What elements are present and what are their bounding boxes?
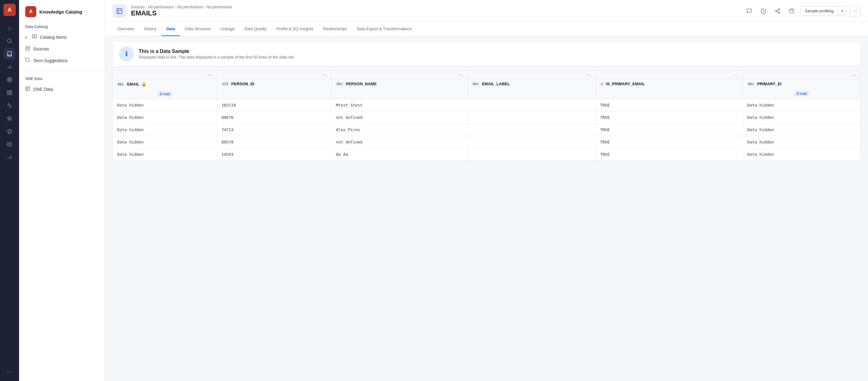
table-row: Data hidden 14593 Aa Aa TRUE Data hidden	[113, 148, 860, 160]
share-button[interactable]	[772, 5, 783, 17]
col-name-email-label: EMAIL_LABEL	[482, 82, 510, 86]
svg-point-0	[7, 39, 11, 42]
breadcrumb-sources[interactable]: Sources	[131, 5, 145, 9]
chart-icon[interactable]	[4, 61, 16, 72]
svg-point-23	[778, 12, 780, 13]
col-header-primary-ei: ⋯ Abc PRIMARY_EI E-mail	[743, 70, 860, 99]
col-menu-primary-ei[interactable]: ⋯	[850, 72, 857, 78]
sidebar-item-sources[interactable]: Sources	[19, 43, 105, 55]
cell-is-primary-5: TRUE	[596, 148, 743, 160]
col-name-person-name: PERSON_NAME	[346, 82, 376, 86]
bar-chart-2-icon[interactable]	[4, 151, 16, 163]
svg-rect-11	[10, 93, 12, 95]
col-header-person-id: ⋯ 123 PERSON_ID	[217, 70, 331, 99]
tab-history[interactable]: History	[139, 22, 161, 36]
main-content: Sources › No permissions › No permission…	[105, 0, 868, 381]
col-menu-person-name[interactable]: ⋯	[457, 72, 464, 78]
breadcrumb-no-permissions-3[interactable]: No permissions	[207, 5, 232, 9]
icon-bar: A ⌂ ⋯	[0, 0, 19, 381]
tab-overview[interactable]: Overview	[113, 22, 139, 36]
cell-email-5: Data hidden	[113, 148, 217, 160]
cell-is-primary-1: TRUE	[596, 99, 743, 111]
table-row: Data hidden 102119 Mtest Stest TRUE Data…	[113, 99, 860, 111]
svg-point-7	[9, 79, 10, 80]
expand-arrow-icon: ▶	[25, 36, 28, 39]
tab-data[interactable]: Data	[161, 22, 180, 36]
data-sample-banner: ℹ This is a Data Sample Displayed data i…	[113, 41, 861, 66]
book-open-icon	[32, 34, 37, 40]
cell-email-2: Data hidden	[113, 111, 217, 124]
cell-person-id-1: 102119	[217, 99, 331, 111]
cell-person-name-3: Alex Pires	[332, 124, 468, 136]
cell-primary-ei-1: Data hidden	[743, 99, 860, 111]
page-icon-box	[113, 4, 126, 18]
home-icon[interactable]: ⌂	[4, 22, 16, 34]
type-badge-is-primary: ✕	[599, 82, 604, 86]
cell-is-primary-2: TRUE	[596, 111, 743, 124]
analytics-icon[interactable]	[4, 100, 16, 111]
cell-person-id-2: 80076	[217, 111, 331, 124]
data-table: ⋯ Abc EMAIL 🔒 E-mail	[113, 70, 860, 160]
tag-primary-ei[interactable]: E-mail	[795, 91, 809, 96]
comment-button[interactable]	[744, 5, 755, 17]
sample-profiling-button[interactable]: Sample profiling ▾	[800, 6, 846, 16]
sidebar-item-catalog-items[interactable]: ▶ Catalog Items	[19, 31, 105, 43]
cell-email-label-5	[467, 148, 595, 160]
cell-email-label-2	[467, 111, 595, 124]
tab-profile-dq-insights[interactable]: Profile & DQ insights	[271, 22, 318, 36]
knowledge-catalog-title: Knowledge Catalog	[39, 9, 82, 14]
task-button[interactable]	[758, 5, 769, 17]
sidebar: A Knowledge Catalog Data Catalog ▶ Catal…	[19, 0, 105, 381]
breadcrumb-no-permissions-2[interactable]: No permissions	[178, 5, 203, 9]
more-bottom-icon[interactable]: ⋯	[4, 365, 16, 377]
help-button[interactable]	[786, 5, 797, 17]
target-icon[interactable]	[4, 74, 16, 86]
tab-data-export-transformations[interactable]: Data Export & Transformations	[352, 22, 416, 36]
col-name-person-id: PERSON_ID	[231, 82, 254, 86]
header-actions: Sample profiling ▾ ⋯	[744, 5, 861, 17]
sample-profiling-chevron-icon[interactable]: ▾	[838, 7, 846, 16]
cell-person-id-4: 80578	[217, 136, 331, 148]
sidebar-item-one-data[interactable]: ONE Data	[19, 83, 105, 95]
col-menu-email-label[interactable]: ⋯	[585, 72, 592, 78]
svg-marker-12	[7, 129, 12, 134]
col-menu-is-primary[interactable]: ⋯	[732, 72, 740, 78]
col-menu-email[interactable]: ⋯	[207, 72, 214, 78]
app-logo: A	[3, 4, 16, 16]
cell-person-name-4: not defined	[332, 136, 468, 148]
svg-point-21	[778, 9, 780, 10]
search-icon[interactable]	[4, 35, 16, 47]
top-header: Sources › No permissions › No permission…	[105, 0, 868, 22]
crown-icon[interactable]	[4, 113, 16, 124]
data-table-wrapper: Data behind the attribute is hidden beca…	[113, 70, 861, 160]
col-header-is-primary: ⋯ ✕ IS_PRIMARY_EMAIL	[596, 70, 743, 99]
svg-line-24	[777, 11, 778, 12]
sidebar-item-term-suggestions[interactable]: Term Suggestions	[19, 55, 105, 66]
tab-relationships[interactable]: Relationships	[318, 22, 352, 36]
tab-data-structure[interactable]: Data Structure	[180, 22, 216, 36]
col-name-email: EMAIL	[127, 82, 140, 86]
grid-icon[interactable]	[4, 87, 16, 98]
book-icon[interactable]	[4, 48, 16, 60]
tag-email[interactable]: E-mail	[157, 91, 172, 96]
sources-label: Sources	[33, 47, 49, 51]
more-options-button[interactable]: ⋯	[849, 5, 861, 17]
crown2-icon[interactable]	[4, 125, 16, 137]
breadcrumb-no-permissions-1[interactable]: No permissions	[148, 5, 174, 9]
cell-person-id-3: 74713	[217, 124, 331, 136]
type-badge-email: Abc	[117, 82, 125, 86]
text-field-icon[interactable]	[4, 139, 16, 150]
svg-rect-9	[10, 90, 12, 92]
breadcrumb: Sources › No permissions › No permission…	[131, 5, 232, 9]
col-menu-person-id[interactable]: ⋯	[321, 72, 328, 78]
cell-person-name-5: Aa Aa	[332, 148, 468, 160]
col-name-primary-ei: PRIMARY_EI	[757, 82, 781, 86]
banner-description: Displayed data is live. The data display…	[139, 55, 294, 59]
catalog-items-label: Catalog Items	[40, 35, 66, 40]
tab-data-quality[interactable]: Data Quality	[240, 22, 272, 36]
cell-email-label-4	[467, 136, 595, 148]
cell-primary-ei-5: Data hidden	[743, 148, 860, 160]
svg-rect-20	[117, 8, 122, 13]
content-area: ℹ This is a Data Sample Displayed data i…	[105, 36, 868, 381]
tab-lineage[interactable]: Lineage	[216, 22, 240, 36]
